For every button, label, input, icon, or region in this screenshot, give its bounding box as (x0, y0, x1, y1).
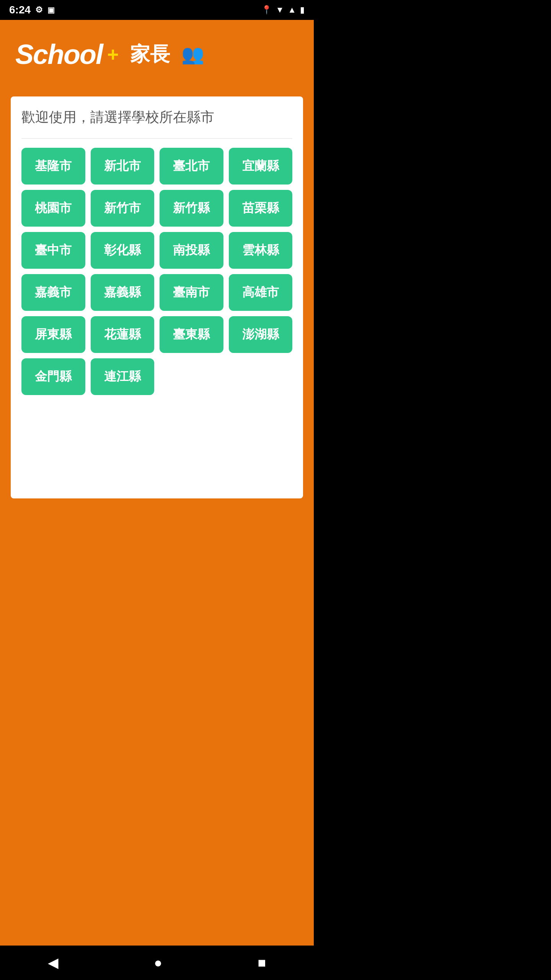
city-button[interactable]: 臺北市 (160, 148, 223, 185)
logo-text: School (15, 39, 103, 70)
city-button[interactable]: 桃園市 (21, 190, 85, 227)
divider (21, 138, 292, 139)
city-button[interactable]: 新北市 (91, 148, 155, 185)
battery-icon: ▮ (300, 5, 305, 15)
city-button[interactable]: 苗栗縣 (229, 190, 293, 227)
city-button[interactable]: 雲林縣 (229, 232, 293, 269)
city-button[interactable]: 彰化縣 (91, 232, 155, 269)
logo-plus: + (107, 43, 119, 66)
city-button[interactable]: 臺中市 (21, 232, 85, 269)
city-button[interactable]: 屏東縣 (21, 316, 85, 353)
settings-icon: ⚙ (35, 5, 43, 15)
city-button[interactable]: 連江縣 (91, 358, 155, 395)
status-bar: 6:24 ⚙ ▣ 📍 ▼ ▲ ▮ (0, 0, 314, 20)
recent-button[interactable] (258, 955, 266, 971)
signal-icon: ▲ (288, 5, 296, 15)
sim-icon: ▣ (47, 5, 55, 15)
city-button[interactable]: 南投縣 (160, 232, 223, 269)
location-icon: 📍 (261, 5, 272, 15)
white-card: 歡迎使用，請選擇學校所在縣市 基隆市新北市臺北市宜蘭縣桃園市新竹市新竹縣苗栗縣臺… (11, 96, 303, 498)
welcome-text: 歡迎使用，請選擇學校所在縣市 (21, 108, 292, 127)
city-button[interactable]: 基隆市 (21, 148, 85, 185)
city-button[interactable]: 嘉義縣 (91, 274, 155, 311)
status-time-area: 6:24 ⚙ ▣ (9, 4, 55, 16)
status-icons-area: 📍 ▼ ▲ ▮ (261, 5, 305, 15)
city-button[interactable]: 臺東縣 (160, 316, 223, 353)
city-button[interactable]: 新竹市 (91, 190, 155, 227)
bottom-nav (0, 946, 314, 980)
people-icon: 👥 (181, 44, 204, 65)
header-subtitle: 家長 (130, 41, 170, 68)
back-button[interactable] (48, 955, 59, 971)
city-button[interactable]: 高雄市 (229, 274, 293, 311)
city-button[interactable]: 金門縣 (21, 358, 85, 395)
city-button[interactable]: 新竹縣 (160, 190, 223, 227)
city-grid: 基隆市新北市臺北市宜蘭縣桃園市新竹市新竹縣苗栗縣臺中市彰化縣南投縣雲林縣嘉義市嘉… (21, 148, 292, 395)
city-button[interactable]: 澎湖縣 (229, 316, 293, 353)
city-button[interactable]: 臺南市 (160, 274, 223, 311)
app-header: School + 家長 👥 (0, 20, 314, 89)
wifi-icon: ▼ (276, 5, 284, 15)
city-button[interactable]: 花蓮縣 (91, 316, 155, 353)
time-display: 6:24 (9, 4, 31, 16)
home-button[interactable] (154, 955, 162, 971)
city-button[interactable]: 嘉義市 (21, 274, 85, 311)
main-content: 歡迎使用，請選擇學校所在縣市 基隆市新北市臺北市宜蘭縣桃園市新竹市新竹縣苗栗縣臺… (0, 89, 314, 946)
city-button[interactable]: 宜蘭縣 (229, 148, 293, 185)
